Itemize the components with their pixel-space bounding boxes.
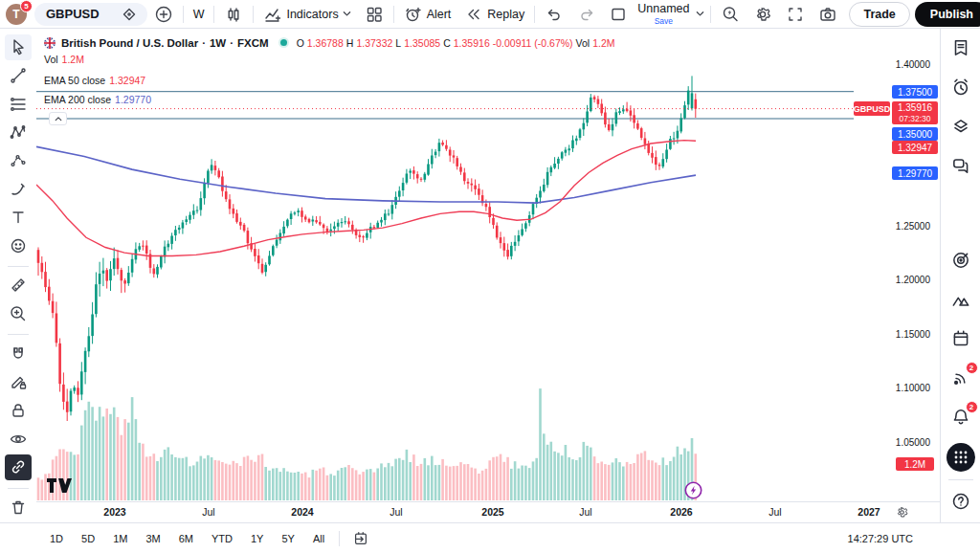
indicator-templates-button[interactable] [358,2,390,27]
layout-square-icon [610,6,627,23]
legend-ema50-row[interactable]: EMA 50 close 1.32947 [44,72,615,88]
fullscreen-button[interactable] [779,2,812,27]
chart-pane[interactable]: British Pound / U.S. Dollar · 1W · FXCM … [36,29,940,522]
drawing-toolbar [0,29,36,522]
magnet-icon [9,344,28,364]
interval-button[interactable]: W [187,2,212,27]
fullscreen-icon [786,5,805,24]
trend-line-tool[interactable] [5,63,32,89]
lock-all-tool[interactable] [5,398,32,424]
chart-type-button[interactable] [217,2,250,27]
help-button[interactable] [947,488,974,515]
legend-ema200-row[interactable]: EMA 200 close 1.29770 [44,91,615,107]
quick-search-button[interactable] [714,2,746,27]
ideas-button[interactable] [947,286,974,313]
volume-bars [37,388,697,500]
legend-title-row[interactable]: British Pound / U.S. Dollar · 1W · FXCM … [44,34,615,51]
divider [339,531,340,546]
replay-button[interactable]: Replay [457,2,531,27]
chat-button[interactable] [947,152,974,179]
undo-button[interactable] [538,2,570,27]
ema200-line[interactable] [36,146,696,203]
range-1y[interactable]: 1Y [245,530,269,547]
layout-dropdown-button[interactable] [693,2,707,27]
toolbar-right: Unnamed Save Trade Publish [603,0,980,28]
candlestick-icon [224,5,243,24]
publish-button[interactable]: Publish [915,2,980,27]
price-axis[interactable]: 1.400001.250001.200001.150001.100001.050… [854,29,940,501]
forecast-tool[interactable] [5,148,32,174]
symbol-search-box[interactable]: GBPUSD [34,3,147,26]
go-to-date-button[interactable] [347,525,374,552]
drawing-mode-tool[interactable] [5,369,32,395]
indicators-button[interactable]: Indicators [256,2,357,27]
eye-icon [9,430,28,449]
range-3m[interactable]: 3M [140,530,166,547]
range-5y[interactable]: 5Y [276,530,300,547]
legend-volume-row[interactable]: Vol 1.2M [44,51,615,67]
legend-interval: 1W [210,37,226,49]
layout-name: Unnamed [637,3,689,15]
zoom-in-icon [9,304,28,323]
save-label[interactable]: Save [655,17,673,26]
market-status-icon[interactable] [280,39,287,46]
time-axis[interactable]: 2023Jul2024Jul2025Jul2026Jul2027 [36,501,940,522]
watchlist-button[interactable] [947,34,974,61]
watchlist-icon [950,37,971,58]
axis-settings-button[interactable] [895,505,909,520]
price-axis-label: 1.20000 [896,275,930,285]
range-all[interactable]: All [307,530,330,547]
emoji-tool[interactable] [5,232,32,258]
layout-name-button[interactable]: Unnamed Save [634,3,693,25]
apps-menu-button[interactable] [947,443,975,472]
candlesticks [37,76,697,421]
notifications-button[interactable]: 2 [947,404,974,431]
trade-button[interactable]: Trade [849,2,909,27]
zoom-in-tool[interactable] [5,301,32,327]
user-avatar[interactable]: T 5 [6,4,27,25]
layout-select-button[interactable] [603,2,634,27]
legend-collapse-button[interactable] [49,112,67,125]
ema200-price-badge: 1.29770 [892,166,938,180]
live-streaming-marker[interactable] [684,481,702,499]
ruler-icon [9,276,28,295]
text-tool[interactable] [5,205,32,231]
sync-drawings-tool[interactable] [5,454,32,480]
time-axis-label: Jul [390,506,402,518]
object-tree-button[interactable] [947,113,974,140]
range-5d[interactable]: 5D [76,530,100,547]
divider [8,488,29,489]
plus-circle-icon [154,5,173,24]
timezone-clock[interactable]: 14:27:29 UTC [848,533,913,544]
brush-tool[interactable] [5,176,32,202]
remove-drawings-tool[interactable] [5,494,32,520]
measure-tool[interactable] [5,273,32,299]
hotlists-button[interactable] [947,247,974,274]
range-1d[interactable]: 1D [44,530,69,547]
open-label: O [297,37,304,49]
alerts-button[interactable] [947,74,974,100]
range-6m[interactable]: 6M [173,530,199,547]
range-ytd[interactable]: YTD [206,530,238,547]
alert-button[interactable]: Alert [397,2,458,27]
compare-add-symbol-button[interactable] [147,2,180,27]
magnet-tool[interactable] [5,341,32,366]
chevron-up-icon [55,116,62,122]
ema50-line[interactable] [36,141,696,256]
settings-button[interactable] [746,2,779,27]
snapshot-button[interactable] [812,2,844,27]
cursor-tool[interactable] [5,34,32,60]
toolbar-left: T 5 GBPUSD W Indicators [6,0,603,28]
hide-drawings-tool[interactable] [5,426,32,452]
pattern-tool[interactable] [5,120,32,145]
vol-row-value: 1.2M [62,54,84,65]
apps-grid-icon [954,451,968,464]
range-1m[interactable]: 1M [107,530,133,547]
redo-button[interactable] [570,2,603,27]
low-label: L [395,37,401,49]
notifications-badge: 2 [966,401,978,413]
symbol-info-icon [121,6,138,23]
fib-retracement-tool[interactable] [5,91,32,117]
calendar-button[interactable] [947,325,974,352]
streams-button[interactable]: 2 [947,365,974,391]
